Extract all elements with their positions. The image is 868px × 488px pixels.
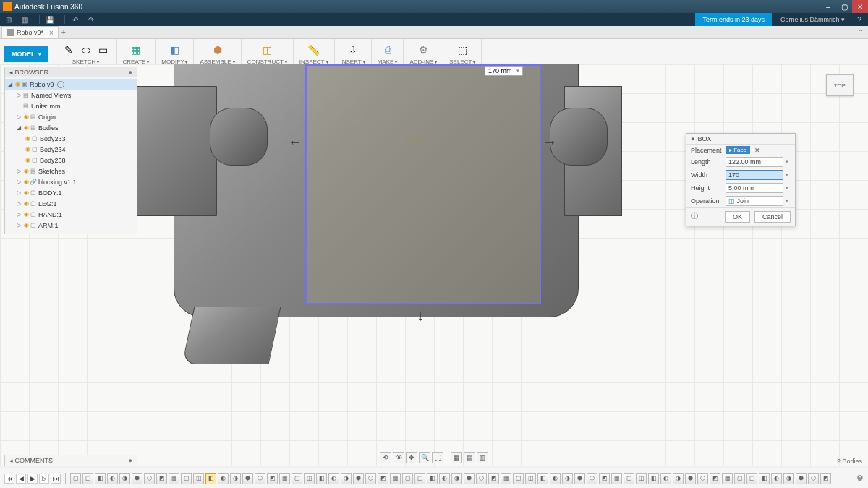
- timeline-step[interactable]: ◩: [599, 473, 610, 484]
- tree-root[interactable]: ◢◉▣Robo v9: [5, 79, 137, 90]
- add-tab-button[interactable]: +: [59, 28, 69, 36]
- close-button[interactable]: ✕: [852, 0, 868, 13]
- timeline-step[interactable]: ⬡: [808, 473, 819, 484]
- timeline-step[interactable]: ◐: [218, 473, 229, 484]
- timeline-start-icon[interactable]: ⏮: [4, 474, 14, 484]
- redo-icon[interactable]: ↷: [85, 14, 97, 25]
- arrow-down-icon[interactable]: ↓: [417, 307, 424, 324]
- width-input[interactable]: 170: [726, 170, 783, 180]
- tree-item[interactable]: ◉▢Body233: [5, 133, 137, 144]
- dropdown-icon[interactable]: ▾: [783, 185, 791, 191]
- document-tab[interactable]: Robo v9* ×: [1, 26, 59, 38]
- timeline-step[interactable]: ◩: [488, 473, 499, 484]
- placement-chip[interactable]: ▸ Face: [726, 146, 750, 154]
- placement-clear-icon[interactable]: ✕: [754, 147, 760, 154]
- height-input[interactable]: 5.00 mm: [726, 183, 783, 193]
- timeline-step[interactable]: ▢: [402, 473, 413, 484]
- timeline-step[interactable]: ⬡: [144, 473, 155, 484]
- timeline-step[interactable]: ⬡: [255, 473, 265, 484]
- dimension-input[interactable]: 170 mm▾: [485, 66, 523, 76]
- timeline-step[interactable]: ▢: [292, 473, 302, 484]
- timeline-step[interactable]: ◐: [328, 473, 339, 484]
- timeline-step[interactable]: ◫: [193, 473, 204, 484]
- comments-panel[interactable]: ◂ COMMENTS ●: [4, 455, 137, 466]
- timeline-step[interactable]: ◩: [156, 473, 167, 484]
- pan-icon[interactable]: ✥: [406, 452, 417, 463]
- timeline-step[interactable]: ◐: [550, 473, 561, 484]
- orbit-icon[interactable]: ⟲: [380, 452, 391, 463]
- dialog-header[interactable]: ●BOX: [686, 134, 795, 145]
- timeline-step[interactable]: ◑: [451, 473, 462, 484]
- timeline-step[interactable]: ◧: [759, 473, 770, 484]
- timeline-step[interactable]: ◧: [648, 473, 659, 484]
- timeline-step[interactable]: ◫: [304, 473, 315, 484]
- timeline-step[interactable]: ▦: [169, 473, 179, 484]
- timeline-step[interactable]: ◑: [673, 473, 684, 484]
- comments-gear-icon[interactable]: ●: [129, 457, 132, 464]
- timeline-step[interactable]: ⬢: [132, 473, 142, 484]
- undo-icon[interactable]: ↶: [69, 14, 81, 25]
- timeline-step[interactable]: ◩: [820, 473, 831, 484]
- tree-item[interactable]: ◢◉▤Bodies: [5, 122, 137, 133]
- viewports-icon[interactable]: ▥: [477, 452, 488, 463]
- timeline-step[interactable]: ◫: [636, 473, 647, 484]
- look-icon[interactable]: 👁: [393, 452, 404, 463]
- tree-item[interactable]: ▷◉▢HAND:1: [5, 209, 137, 220]
- timeline-step[interactable]: ⬢: [574, 473, 585, 484]
- tree-item[interactable]: ▷◉▤Origin: [5, 111, 137, 122]
- timeline-step[interactable]: ▦: [390, 473, 401, 484]
- timeline-step[interactable]: ◧: [537, 473, 548, 484]
- minimize-button[interactable]: –: [820, 0, 836, 13]
- timeline-step[interactable]: ◧: [205, 473, 216, 484]
- help-icon[interactable]: ?: [854, 16, 865, 24]
- selection-box[interactable]: [305, 64, 541, 304]
- timeline-fwd-icon[interactable]: ▶: [27, 474, 38, 484]
- tree-item[interactable]: ▷◉▢BODY:1: [5, 187, 137, 198]
- timeline-step[interactable]: ▢: [734, 473, 745, 484]
- maximize-button[interactable]: ▢: [836, 0, 852, 13]
- timeline-step[interactable]: ◑: [783, 473, 794, 484]
- timeline-step[interactable]: ◧: [427, 473, 438, 484]
- timeline-step[interactable]: ◧: [316, 473, 327, 484]
- fit-icon[interactable]: ⛶: [432, 452, 443, 463]
- timeline-step[interactable]: ◩: [378, 473, 388, 484]
- timeline-step[interactable]: ◑: [119, 473, 130, 484]
- timeline-step[interactable]: ⬢: [685, 473, 696, 484]
- timeline-step[interactable]: ▦: [722, 473, 733, 484]
- tree-item[interactable]: ▤Units: mm: [5, 100, 137, 111]
- timeline-step[interactable]: ◐: [660, 473, 671, 484]
- tab-close-icon[interactable]: ×: [49, 29, 54, 37]
- tree-item[interactable]: ▷▤Named Views: [5, 90, 137, 100]
- timeline-back-icon[interactable]: ◀: [16, 474, 26, 484]
- arrow-left-icon[interactable]: ←: [288, 134, 302, 150]
- timeline-step[interactable]: ▢: [70, 473, 81, 484]
- timeline-step[interactable]: ◑: [562, 473, 573, 484]
- tree-item[interactable]: ▷◉▤Sketches: [5, 166, 137, 176]
- tree-item[interactable]: ▷◉▢ARM:1: [5, 220, 137, 231]
- dropdown-icon[interactable]: ▾: [783, 198, 791, 204]
- ok-button[interactable]: OK: [725, 211, 750, 223]
- timeline-step[interactable]: ⬡: [587, 473, 597, 484]
- timeline-step[interactable]: ◑: [230, 473, 241, 484]
- tree-item[interactable]: ◉▢Body238: [5, 155, 137, 166]
- workspace-button[interactable]: MODEL: [4, 46, 48, 62]
- timeline-step[interactable]: ⬡: [365, 473, 376, 484]
- timeline-step[interactable]: ◐: [107, 473, 118, 484]
- trial-banner[interactable]: Term ends in 23 days: [695, 13, 772, 26]
- browser-header[interactable]: ◂ BROWSER ●: [5, 67, 137, 77]
- display-icon[interactable]: ▦: [451, 452, 462, 463]
- timeline-step[interactable]: ▦: [611, 473, 622, 484]
- file-icon[interactable]: ▥: [19, 14, 30, 25]
- grid-toggle-icon[interactable]: ▤: [464, 452, 475, 463]
- timeline-step[interactable]: ◐: [439, 473, 450, 484]
- timeline-end-icon[interactable]: ⏭: [51, 474, 61, 484]
- timeline-step[interactable]: ⬡: [697, 473, 708, 484]
- arrow-right-icon[interactable]: →: [542, 134, 557, 150]
- grid-icon[interactable]: ⊞: [3, 14, 14, 25]
- info-icon[interactable]: ⓘ: [691, 211, 698, 223]
- timeline-step[interactable]: ▦: [279, 473, 290, 484]
- timeline-step[interactable]: ⬢: [353, 473, 364, 484]
- cancel-button[interactable]: Cancel: [754, 211, 791, 223]
- tree-item[interactable]: ▷◉🔗blocking v1:1: [5, 176, 137, 187]
- timeline-step[interactable]: ⬢: [242, 473, 253, 484]
